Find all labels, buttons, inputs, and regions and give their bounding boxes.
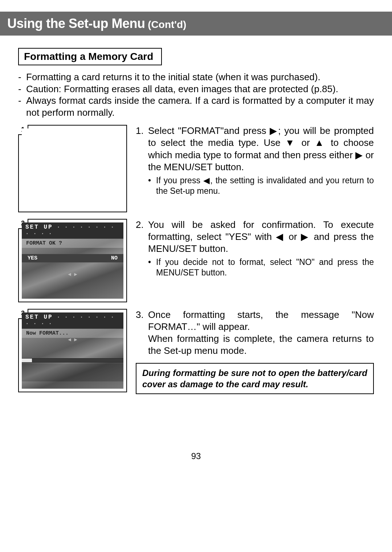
bullet-dash: - <box>18 71 26 83</box>
screen-yes-no-row: YESNO <box>22 254 123 262</box>
step-number: 3. <box>136 309 148 333</box>
left-icon: ◀ <box>203 176 211 185</box>
page-number: 93 <box>0 451 392 461</box>
subnote-text: If you press ◀, the setting is invalidat… <box>156 175 374 196</box>
screen-prompt-line: FORMAT OK ? <box>22 239 123 248</box>
camera-screen <box>22 128 123 209</box>
screen-yes-option: YES <box>28 255 37 261</box>
bullet-text: Formatting a card returns it to the init… <box>26 71 374 83</box>
progress-bar <box>22 358 123 363</box>
intro-bullet: -Always format cards inside the camera. … <box>18 95 374 118</box>
camera-screen: SET UPFORMAT OK ?SDYESNO◀ ▶ <box>22 222 123 299</box>
bullet-dash: - <box>18 83 26 95</box>
step-extra-paragraph: When formatting is complete, the camera … <box>148 333 374 357</box>
steps-container: 11.Select "FORMAT"and press ▶; you will … <box>18 125 374 394</box>
bullet-icon: • <box>148 175 156 196</box>
step-body: You will be asked for confirmation. To e… <box>148 219 374 255</box>
screen-title-bar: SET UP <box>22 312 123 329</box>
section-heading: Formatting a Memory Card <box>18 48 162 65</box>
figure-frame: 2SET UPFORMAT OK ?SDYESNO◀ ▶ <box>18 219 127 302</box>
up-icon: ▲ <box>315 137 326 148</box>
intro-bullets: -Formatting a card returns it to the ini… <box>18 71 374 118</box>
step-text-column: 3.Once formatting starts, the message "N… <box>136 309 374 394</box>
down-icon: ▼ <box>285 137 297 148</box>
manual-page: Using the Set-up Menu (Cont'd) Formattin… <box>0 0 392 552</box>
step-row: 11.Select "FORMAT"and press ▶; you will … <box>18 125 374 212</box>
page-title-sub: (Cont'd) <box>145 19 187 30</box>
step-body: Once formatting starts, the message "Now… <box>148 309 374 333</box>
step-number: 1. <box>136 125 148 173</box>
step-number: 2. <box>136 219 148 255</box>
page-title-main: Using the Set-up Menu <box>7 16 145 31</box>
camera-screen: SET UPNow FORMAT...◀ ▶ <box>22 312 123 389</box>
screen-title: SET UP <box>25 314 53 320</box>
bullet-icon: • <box>148 257 156 278</box>
nav-arrows-icon: ◀ ▶ <box>22 271 123 277</box>
right-icon: ▶ <box>355 150 363 160</box>
figure-column: 1 <box>18 125 127 212</box>
warning-box: During formatting be sure not to open th… <box>136 363 374 394</box>
figure-column: 3SET UPNow FORMAT...◀ ▶ <box>18 309 127 392</box>
subnote-text: If you decide not to format, select "NO"… <box>156 257 374 278</box>
step-body: Select "FORMAT"and press ▶; you will be … <box>148 125 374 173</box>
right-icon: ▶ <box>301 231 310 242</box>
step-row: 2SET UPFORMAT OK ?SDYESNO◀ ▶2.You will b… <box>18 219 374 302</box>
step-row: 3SET UPNow FORMAT...◀ ▶3.Once formatting… <box>18 309 374 394</box>
left-icon: ◀ <box>276 231 285 242</box>
bullet-text: Caution: Formatting erases all data, eve… <box>26 83 374 95</box>
screen-no-option: NO <box>111 255 118 261</box>
screen-title: SET UP <box>25 224 53 230</box>
step-subnote: •If you press ◀, the setting is invalida… <box>148 175 374 196</box>
step-text-column: 1.Select "FORMAT"and press ▶; you will b… <box>136 125 374 196</box>
right-icon: ▶ <box>270 125 278 136</box>
step-subnote: •If you decide not to format, select "NO… <box>148 257 374 278</box>
figure-column: 2SET UPFORMAT OK ?SDYESNO◀ ▶ <box>18 219 127 302</box>
intro-bullet: -Formatting a card returns it to the ini… <box>18 71 374 83</box>
page-title-bar: Using the Set-up Menu (Cont'd) <box>0 12 392 36</box>
screen-title-bar: SET UP <box>22 222 123 239</box>
intro-bullet: -Caution: Formatting erases all data, ev… <box>18 83 374 95</box>
figure-frame: 1 <box>18 125 127 212</box>
figure-frame: 3SET UPNow FORMAT...◀ ▶ <box>18 309 127 392</box>
bullet-dash: - <box>18 95 26 118</box>
nav-arrows-icon: ◀ ▶ <box>22 336 123 343</box>
bullet-text: Always format cards inside the camera. I… <box>26 95 374 118</box>
step-text-column: 2.You will be asked for confirmation. To… <box>136 219 374 278</box>
warning-text: During formatting be sure not to open th… <box>142 367 367 390</box>
